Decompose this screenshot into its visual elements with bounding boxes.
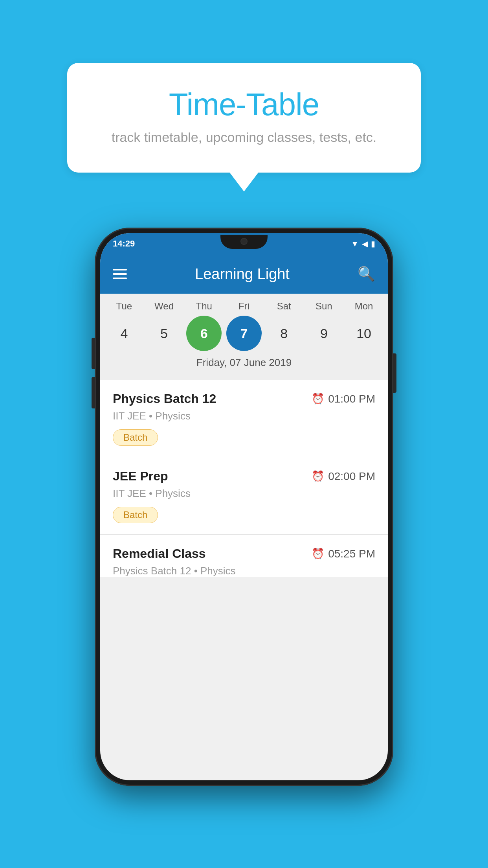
day-9[interactable]: 9 <box>306 316 341 351</box>
app-title: Learning Light <box>139 266 346 283</box>
day-label-mon: Mon <box>346 301 382 312</box>
schedule-time-value-2: 02:00 PM <box>328 470 375 483</box>
schedule-item-sub-1: IIT JEE • Physics <box>113 410 375 422</box>
speech-bubble-card: Time-Table track timetable, upcoming cla… <box>67 63 421 173</box>
day-numbers: 4 5 6 7 8 9 10 <box>100 316 388 351</box>
clock-icon-2: ⏰ <box>312 470 324 482</box>
menu-icon[interactable] <box>113 269 127 279</box>
schedule-item-title-2: JEE Prep <box>113 469 168 484</box>
batch-tag-1: Batch <box>113 429 158 446</box>
clock-icon-3: ⏰ <box>312 548 324 560</box>
day-4[interactable]: 4 <box>106 316 142 351</box>
schedule-item-header-3: Remedial Class ⏰ 05:25 PM <box>113 546 375 561</box>
status-time: 14:29 <box>113 239 135 249</box>
signal-icon: ◀ <box>362 239 368 248</box>
day-10[interactable]: 10 <box>346 316 382 351</box>
schedule-item-header-1: Physics Batch 12 ⏰ 01:00 PM <box>113 392 375 406</box>
app-bar: Learning Light 🔍 <box>100 254 388 294</box>
selected-date-label: Friday, 07 June 2019 <box>100 351 388 376</box>
schedule-item-2[interactable]: JEE Prep ⏰ 02:00 PM IIT JEE • Physics Ba… <box>100 457 388 535</box>
day-headers: Tue Wed Thu Fri Sat Sun Mon <box>100 301 388 312</box>
day-7-selected[interactable]: 7 <box>226 316 262 351</box>
schedule-item-time-3: ⏰ 05:25 PM <box>312 548 375 560</box>
volume-up-button <box>92 338 95 369</box>
day-label-sun: Sun <box>306 301 341 312</box>
front-camera <box>240 238 248 245</box>
schedule-list: Physics Batch 12 ⏰ 01:00 PM IIT JEE • Ph… <box>100 380 388 577</box>
bubble-title: Time-Table <box>99 86 389 123</box>
day-label-wed: Wed <box>147 301 182 312</box>
schedule-item-time-2: ⏰ 02:00 PM <box>312 470 375 483</box>
schedule-item-title-1: Physics Batch 12 <box>113 392 216 406</box>
status-icons: ▼ ◀ ▮ <box>351 239 375 248</box>
schedule-item-header-2: JEE Prep ⏰ 02:00 PM <box>113 469 375 484</box>
day-5[interactable]: 5 <box>147 316 182 351</box>
schedule-item-title-3: Remedial Class <box>113 546 206 561</box>
phone-body: 14:29 ▼ ◀ ▮ Learning Light 🔍 Tue <box>95 228 393 786</box>
schedule-item-sub-3: Physics Batch 12 • Physics <box>113 565 375 577</box>
phone-mockup: 14:29 ▼ ◀ ▮ Learning Light 🔍 Tue <box>95 228 393 786</box>
schedule-time-value-1: 01:00 PM <box>328 393 375 405</box>
schedule-time-value-3: 05:25 PM <box>328 548 375 560</box>
schedule-item-1[interactable]: Physics Batch 12 ⏰ 01:00 PM IIT JEE • Ph… <box>100 380 388 457</box>
clock-icon-1: ⏰ <box>312 393 324 405</box>
day-label-fri: Fri <box>226 301 262 312</box>
day-6-today[interactable]: 6 <box>186 316 222 351</box>
calendar-strip: Tue Wed Thu Fri Sat Sun Mon 4 5 6 7 8 9 … <box>100 294 388 380</box>
batch-tag-2: Batch <box>113 507 158 523</box>
battery-icon: ▮ <box>371 239 375 248</box>
phone-screen: 14:29 ▼ ◀ ▮ Learning Light 🔍 Tue <box>100 233 388 780</box>
wifi-icon: ▼ <box>351 239 359 248</box>
power-button <box>393 353 396 393</box>
day-label-sat: Sat <box>266 301 302 312</box>
schedule-item-sub-2: IIT JEE • Physics <box>113 487 375 500</box>
volume-down-button <box>92 377 95 408</box>
day-label-tue: Tue <box>106 301 142 312</box>
schedule-item-3-partial[interactable]: Remedial Class ⏰ 05:25 PM Physics Batch … <box>100 535 388 577</box>
day-8[interactable]: 8 <box>266 316 302 351</box>
search-icon[interactable]: 🔍 <box>358 266 375 282</box>
bubble-subtitle: track timetable, upcoming classes, tests… <box>99 130 389 145</box>
day-label-thu: Thu <box>186 301 222 312</box>
schedule-item-time-1: ⏰ 01:00 PM <box>312 393 375 405</box>
